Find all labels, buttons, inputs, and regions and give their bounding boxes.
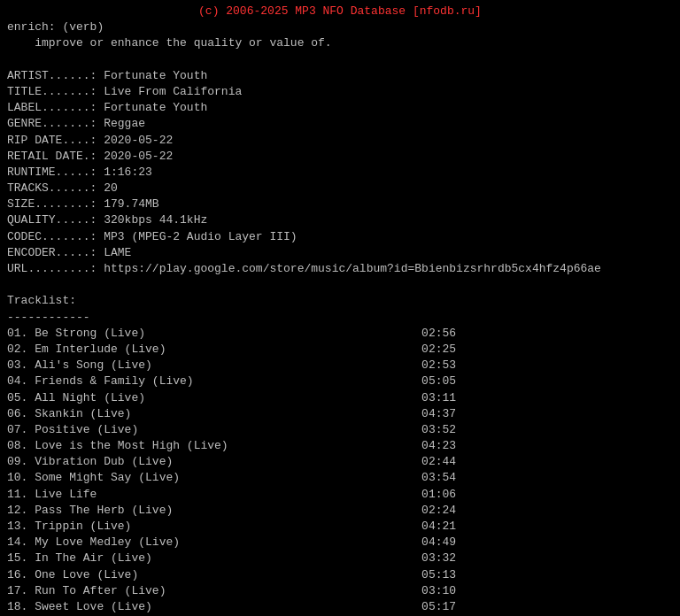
copyright-line: (c) 2006-2025 MP3 NFO Database [nfodb.ru… [7, 4, 673, 19]
main-content: enrich: (verb) improve or enhance the qu… [7, 19, 673, 616]
